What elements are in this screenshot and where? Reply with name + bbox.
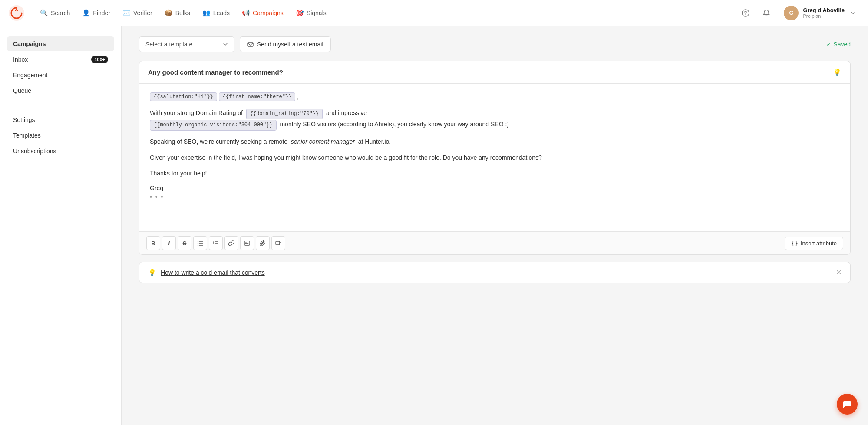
user-info: Greg d'Aboville Pro plan xyxy=(803,7,845,19)
leads-nav-icon: 👥 xyxy=(202,9,211,17)
avatar: G xyxy=(784,6,799,20)
sidebar-divider xyxy=(0,105,121,105)
chat-bubble-button[interactable] xyxy=(837,394,858,415)
attachment-button[interactable] xyxy=(256,236,270,250)
email-icon xyxy=(247,41,254,48)
svg-point-4 xyxy=(198,241,198,242)
topnav-right: G Greg d'Aboville Pro plan xyxy=(739,4,859,22)
svg-point-2 xyxy=(746,14,746,15)
svg-point-6 xyxy=(198,243,198,244)
insert-attribute-button[interactable]: {} Insert attribute xyxy=(785,237,843,250)
finder-nav-icon: 👤 xyxy=(82,9,90,17)
greeting-line: {{salutation:"Hi"}} {{first_name:"there"… xyxy=(150,92,840,101)
nav-campaigns[interactable]: 📢 Campaigns xyxy=(237,6,289,20)
body-para3: Given your expertise in the field, I was… xyxy=(150,153,840,162)
test-email-button[interactable]: Send myself a test email xyxy=(240,36,331,52)
sidebar-item-campaigns[interactable]: Campaigns xyxy=(7,36,114,51)
numbered-list-icon: 1.2. xyxy=(213,240,219,246)
bullet-list-button[interactable] xyxy=(193,236,207,250)
template-select-dropdown[interactable]: Select a template... xyxy=(139,36,234,52)
svg-point-8 xyxy=(198,245,198,246)
nav-items: 🔍 Search 👤 Finder ✉️ Verifier 📦 Bulks 👥 … xyxy=(35,6,739,20)
bullet-list-icon xyxy=(197,240,203,246)
email-subject[interactable]: Any good content manager to recommend? 💡 xyxy=(139,61,850,84)
body-para1: With your strong Domain Rating of {{doma… xyxy=(150,108,840,131)
attachment-icon xyxy=(260,240,266,246)
main-content: Select a template... Send myself a test … xyxy=(122,26,868,425)
search-nav-icon: 🔍 xyxy=(40,9,48,17)
nav-bulks[interactable]: 📦 Bulks xyxy=(159,6,195,20)
strikethrough-button[interactable]: S xyxy=(178,236,191,250)
email-signature: Greg • • • xyxy=(150,184,840,200)
sidebar-item-templates[interactable]: Templates xyxy=(7,128,114,143)
svg-rect-3 xyxy=(248,43,253,46)
svg-rect-16 xyxy=(276,241,280,245)
chat-icon xyxy=(842,399,852,409)
format-toolbar: B I S 1.2. xyxy=(139,231,850,254)
sidebar-item-unsubscriptions[interactable]: Unsubscriptions xyxy=(7,144,114,158)
saved-indicator: ✓ Saved xyxy=(826,41,851,48)
sidebar: Campaigns Inbox 100+ Engagement Queue Se… xyxy=(0,26,122,425)
tip-lightbulb-icon: 💡 xyxy=(148,269,156,277)
sidebar-item-inbox[interactable]: Inbox 100+ xyxy=(7,52,114,67)
chevron-down-icon xyxy=(223,42,228,47)
sidebar-settings-section: Settings Templates Unsubscriptions xyxy=(0,112,121,158)
domain-rating-attr: {{domain_rating:"70"}} xyxy=(246,109,323,119)
nav-search[interactable]: 🔍 Search xyxy=(35,6,75,20)
inbox-badge: 100+ xyxy=(91,56,108,63)
brand-logo[interactable] xyxy=(9,5,24,21)
tip-link[interactable]: How to write a cold email that converts xyxy=(161,269,265,276)
curly-braces-icon: {} xyxy=(791,240,798,247)
salutation-attr: {{salutation:"Hi"}} xyxy=(150,92,217,101)
bulks-nav-icon: 📦 xyxy=(165,9,173,17)
video-icon xyxy=(275,240,281,246)
bold-button[interactable]: B xyxy=(146,236,160,250)
numbered-list-button[interactable]: 1.2. xyxy=(209,236,223,250)
notifications-button[interactable] xyxy=(759,6,773,20)
toolbar-row: Select a template... Send myself a test … xyxy=(139,36,851,52)
campaigns-nav-icon: 📢 xyxy=(242,9,250,17)
link-button[interactable] xyxy=(224,236,238,250)
signals-nav-icon: 🎯 xyxy=(296,9,304,17)
tip-close-button[interactable]: ✕ xyxy=(836,268,842,277)
image-button[interactable] xyxy=(240,236,254,250)
topnav: 🔍 Search 👤 Finder ✉️ Verifier 📦 Bulks 👥 … xyxy=(0,0,868,26)
first-name-attr: {{first_name:"there"}} xyxy=(219,92,295,101)
verifier-nav-icon: ✉️ xyxy=(122,9,131,17)
sidebar-item-engagement[interactable]: Engagement xyxy=(7,68,114,82)
layout: Campaigns Inbox 100+ Engagement Queue Se… xyxy=(0,26,868,425)
image-icon xyxy=(244,240,250,246)
email-editor: Any good content manager to recommend? 💡… xyxy=(139,61,851,255)
nav-verifier[interactable]: ✉️ Verifier xyxy=(117,6,158,20)
body-para2: Speaking of SEO, we're currently seeking… xyxy=(150,137,840,146)
italic-button[interactable]: I xyxy=(162,236,176,250)
sidebar-main-section: Campaigns Inbox 100+ Engagement Queue xyxy=(0,36,121,98)
tip-bar: 💡 How to write a cold email that convert… xyxy=(139,262,851,283)
nav-signals[interactable]: 🎯 Signals xyxy=(290,6,332,20)
nav-leads[interactable]: 👥 Leads xyxy=(197,6,235,20)
help-button[interactable] xyxy=(739,6,752,20)
chevron-down-icon xyxy=(851,10,856,16)
svg-text:2.: 2. xyxy=(213,242,215,244)
user-profile[interactable]: G Greg d'Aboville Pro plan xyxy=(780,4,859,22)
link-icon xyxy=(228,240,234,246)
video-button[interactable] xyxy=(271,236,285,250)
monthly-visitors-attr: {{monthly_organic_visitors:"304 000"}} xyxy=(150,120,277,131)
nav-finder[interactable]: 👤 Finder xyxy=(77,6,116,20)
email-body[interactable]: {{salutation:"Hi"}} {{first_name:"there"… xyxy=(139,84,850,231)
sidebar-item-queue[interactable]: Queue xyxy=(7,83,114,98)
sidebar-item-settings[interactable]: Settings xyxy=(7,112,114,127)
body-thanks: Thanks for your help! xyxy=(150,168,840,178)
lightbulb-icon[interactable]: 💡 xyxy=(833,68,842,76)
